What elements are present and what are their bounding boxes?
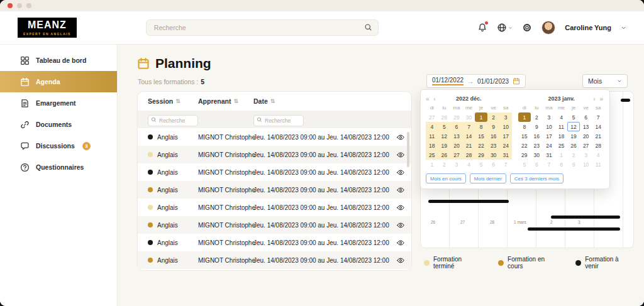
calendar-day[interactable]: 5 bbox=[475, 160, 487, 169]
calendar-day[interactable]: 22 bbox=[518, 141, 531, 150]
sort-icon[interactable]: ⇅ bbox=[175, 98, 180, 104]
calendar-day[interactable]: 1 bbox=[555, 150, 568, 160]
calendar-day[interactable]: 4 bbox=[592, 150, 604, 160]
calendar-day[interactable]: 16 bbox=[487, 131, 500, 141]
calendar-day[interactable]: 29 bbox=[450, 112, 463, 122]
view-details-eye-icon[interactable] bbox=[396, 168, 406, 177]
calendar-day[interactable]: 9 bbox=[531, 122, 543, 131]
calendar-day[interactable]: 27 bbox=[450, 150, 463, 160]
calendar-day[interactable]: 7 bbox=[463, 122, 475, 131]
calendar-day[interactable]: 11 bbox=[592, 160, 604, 169]
calendar-day[interactable]: 2 bbox=[567, 150, 580, 160]
calendar-day[interactable]: 31 bbox=[543, 150, 555, 160]
calendar-day[interactable]: 8 bbox=[475, 122, 487, 131]
calendar-day[interactable]: 23 bbox=[487, 141, 500, 150]
table-row[interactable]: AnglaisMIGNOT ChristopheJeu. 14/08/2023 … bbox=[138, 251, 411, 269]
calendar-day[interactable]: 8 bbox=[555, 160, 568, 169]
language-selector[interactable] bbox=[497, 23, 513, 33]
calendar-day[interactable]: 4 bbox=[463, 160, 475, 169]
calendar-day[interactable]: 23 bbox=[531, 141, 543, 150]
table-row[interactable]: AnglaisMIGNOT ChristopheJeu. 14/08/2023 … bbox=[138, 128, 411, 146]
calendar-day[interactable]: 6 bbox=[487, 160, 500, 169]
view-details-eye-icon[interactable] bbox=[396, 133, 406, 141]
calendar-day[interactable]: 14 bbox=[463, 131, 475, 141]
calendar-day[interactable]: 3 bbox=[543, 112, 555, 122]
calendar-day[interactable]: 29 bbox=[518, 150, 531, 160]
column-header-date[interactable]: Date⇅ bbox=[253, 97, 390, 105]
calendar-day[interactable]: 7 bbox=[592, 112, 604, 122]
calendar-day[interactable]: 28 bbox=[438, 112, 451, 122]
view-details-eye-icon[interactable] bbox=[396, 204, 406, 212]
prev-month-buttons[interactable]: « ‹ bbox=[426, 96, 437, 102]
calendar-day[interactable]: 30 bbox=[487, 150, 500, 160]
table-row[interactable]: AnglaisMIGNOT ChristopheJeu. 14/08/2023 … bbox=[138, 216, 411, 234]
calendar-day[interactable]: 15 bbox=[518, 131, 531, 141]
calendar-day[interactable]: 10 bbox=[499, 122, 512, 131]
view-details-eye-icon[interactable] bbox=[396, 256, 406, 265]
calendar-day[interactable]: 4 bbox=[555, 112, 568, 122]
calendar-day[interactable]: 10 bbox=[543, 122, 555, 131]
calendar-day[interactable]: 25 bbox=[426, 150, 438, 160]
window-minimize-button[interactable] bbox=[17, 3, 22, 8]
apprenant-search[interactable] bbox=[253, 114, 304, 125]
calendar-day[interactable]: 3 bbox=[450, 160, 463, 169]
calendar-day[interactable]: 13 bbox=[450, 131, 463, 141]
calendar-day[interactable]: 17 bbox=[499, 131, 512, 141]
calendar-day[interactable]: 14 bbox=[592, 122, 604, 131]
calendar-day[interactable]: 4 bbox=[426, 122, 438, 131]
calendar-day[interactable]: 1 bbox=[426, 160, 438, 169]
table-row[interactable]: AnglaisMIGNOT ChristopheJeu. 14/08/2023 … bbox=[138, 163, 411, 181]
sidebar-item-documents[interactable]: Documents bbox=[0, 114, 117, 135]
sort-icon[interactable]: ⇅ bbox=[270, 98, 275, 104]
calendar-day[interactable]: 26 bbox=[438, 150, 451, 160]
range-start-date[interactable]: 01/12/2022 bbox=[432, 77, 464, 85]
session-search[interactable] bbox=[148, 114, 198, 125]
window-maximize-button[interactable] bbox=[26, 3, 31, 8]
calendar-day[interactable]: 21 bbox=[592, 131, 604, 141]
view-details-eye-icon[interactable] bbox=[396, 221, 406, 229]
view-mode-select[interactable]: Mois bbox=[582, 74, 628, 88]
quick-filter-mois-dernier[interactable]: Mois dernier bbox=[470, 173, 506, 183]
calendar-day[interactable]: 10 bbox=[580, 160, 592, 169]
column-header-session[interactable]: Session⇅ bbox=[148, 97, 198, 105]
calendar-day[interactable]: 7 bbox=[499, 160, 512, 169]
calendar-day[interactable]: 19 bbox=[567, 131, 580, 141]
calendar-day[interactable]: 27 bbox=[426, 112, 438, 122]
window-close-button[interactable] bbox=[8, 3, 13, 8]
calendar-day[interactable]: 24 bbox=[499, 141, 512, 150]
calendar-day[interactable]: 11 bbox=[555, 122, 568, 131]
global-search-input[interactable] bbox=[146, 19, 379, 36]
calendar-day[interactable]: 19 bbox=[438, 141, 451, 150]
calendar-day[interactable]: 31 bbox=[499, 150, 512, 160]
sort-icon[interactable]: ⇅ bbox=[234, 98, 239, 104]
calendar-day[interactable]: 8 bbox=[518, 122, 531, 131]
range-end-date[interactable]: 01/01/2023 bbox=[477, 78, 509, 85]
calendar-day[interactable]: 20 bbox=[580, 131, 592, 141]
table-row[interactable]: AnglaisMIGNOT ChristopheJeu. 14/08/2023 … bbox=[138, 146, 411, 163]
calendar-day[interactable]: 29 bbox=[475, 150, 487, 160]
calendar-day[interactable]: 6 bbox=[531, 160, 543, 169]
calendar-day[interactable]: 11 bbox=[426, 131, 438, 141]
calendar-day[interactable]: 21 bbox=[463, 141, 475, 150]
date-range-input[interactable]: 01/12/2022 → 01/01/2023 bbox=[426, 74, 526, 88]
user-menu-chevron-icon[interactable] bbox=[621, 25, 626, 31]
quick-filter-mois-en-cours[interactable]: Mois en cours bbox=[426, 173, 466, 183]
column-header-apprenant[interactable]: Apprenant⇅ bbox=[198, 97, 253, 105]
view-details-eye-icon[interactable] bbox=[396, 151, 406, 159]
calendar-day[interactable]: 17 bbox=[543, 131, 555, 141]
gantt-bar[interactable] bbox=[428, 200, 509, 203]
global-search[interactable] bbox=[146, 19, 379, 36]
sidebar-item-emargement[interactable]: Emargement bbox=[0, 92, 117, 114]
calendar-day[interactable]: 28 bbox=[592, 141, 604, 150]
calendar-day[interactable]: 18 bbox=[426, 141, 438, 150]
table-row[interactable]: AnglaisMIGNOT ChristopheJeu. 14/08/2023 … bbox=[138, 181, 411, 199]
calendar-day[interactable]: 15 bbox=[475, 131, 487, 141]
calendar-day[interactable]: 6 bbox=[580, 112, 592, 122]
brand-logo[interactable]: MEANZ EXPERT EN ANGLAIS bbox=[18, 18, 77, 38]
gantt-bar[interactable] bbox=[528, 227, 620, 231]
calendar-day[interactable]: 9 bbox=[487, 122, 500, 131]
calendar-day[interactable]: 27 bbox=[580, 141, 592, 150]
settings-gear-icon[interactable] bbox=[522, 23, 532, 33]
sidebar-item-agenda[interactable]: Agenda bbox=[0, 71, 117, 92]
user-name[interactable]: Caroline Yung bbox=[565, 24, 611, 31]
